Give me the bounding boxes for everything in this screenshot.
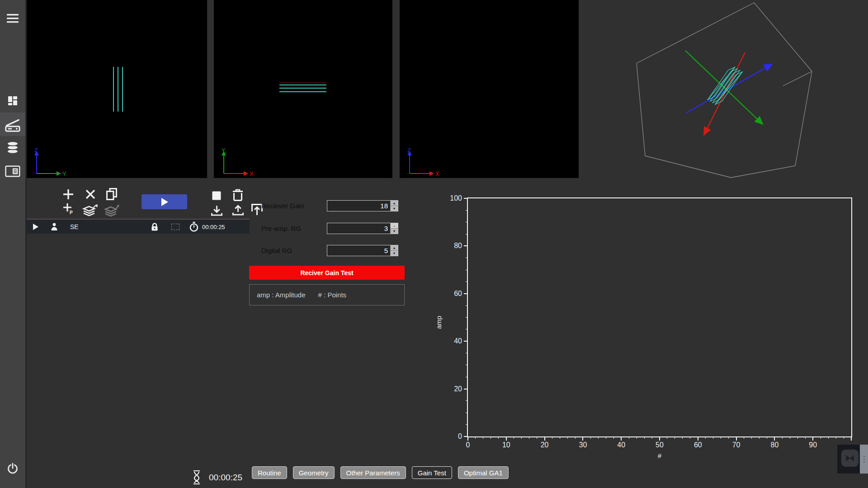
spinner-up-button[interactable]: ▲ [391, 223, 398, 228]
x-tick [598, 436, 599, 439]
preamp-rg-spinner: ▲ ▼ [390, 223, 398, 234]
sequence-name: SE [70, 223, 79, 230]
x-tick [736, 436, 737, 441]
sidebar-item-database[interactable] [0, 136, 25, 160]
receiver-gain-input[interactable] [327, 201, 390, 211]
preamp-rg-field: ▲ ▼ [327, 223, 398, 234]
upload-button[interactable] [231, 204, 245, 217]
lock-icon[interactable] [151, 222, 159, 231]
copy-icon [105, 188, 118, 201]
power-button[interactable] [0, 457, 25, 480]
add-phase-button[interactable]: P [63, 202, 74, 215]
orientation-3d-view[interactable] [579, 0, 868, 183]
svg-text:X: X [435, 170, 439, 176]
x-tick [575, 436, 576, 439]
y-tick [464, 293, 468, 294]
x-tick-label: 20 [541, 441, 549, 449]
x-tick [629, 436, 629, 439]
viewport-yx[interactable]: Y X [214, 0, 392, 178]
x-tick [744, 436, 744, 439]
layers-edit-button-disabled[interactable] [104, 204, 120, 217]
x-tick-label: 0 [466, 441, 470, 449]
y-tick [466, 365, 468, 365]
legend-points: # : Points [318, 291, 347, 299]
copy-button[interactable] [105, 188, 118, 201]
add-button[interactable] [62, 188, 74, 200]
y-tick [464, 389, 468, 389]
trash-button[interactable] [232, 188, 244, 202]
x-tick-label: 90 [809, 441, 817, 449]
tab-gain-test[interactable]: Gain Test [412, 466, 452, 479]
x-tick [544, 436, 545, 441]
x-tick-label: 30 [579, 441, 587, 449]
stop-button[interactable] [212, 191, 221, 200]
svg-text:X: X [250, 170, 254, 176]
tab-other-parameters[interactable]: Other Parameters [340, 466, 406, 479]
chart-x-axis-label: # [658, 452, 661, 460]
spinner-up-button[interactable]: ▲ [391, 245, 398, 250]
menu-button[interactable] [0, 8, 25, 29]
x-tick [828, 436, 829, 439]
digital-rg-input[interactable] [327, 245, 390, 256]
patient-icon [51, 223, 57, 231]
y-tick [464, 341, 468, 342]
y-tick [466, 282, 468, 282]
sidebar-item-scanner[interactable] [0, 113, 25, 136]
y-tick [464, 245, 468, 246]
spinner-down-button[interactable]: ▼ [391, 228, 398, 234]
download-button[interactable] [210, 204, 223, 217]
spinner-down-button[interactable]: ▼ [391, 206, 398, 211]
hamburger-icon [7, 14, 19, 23]
sidebar-nav [0, 89, 25, 183]
x-tick [805, 436, 806, 439]
selection-box-icon[interactable] [171, 224, 179, 230]
x-tick [529, 436, 529, 439]
y-tick [466, 270, 468, 270]
spinner-up-button[interactable]: ▲ [391, 201, 398, 206]
x-tick-label: 50 [656, 441, 664, 449]
widget-drag-handle[interactable] [860, 445, 868, 474]
y-tick [466, 258, 468, 258]
preamp-rg-input[interactable] [327, 223, 390, 234]
tab-routine[interactable]: Routine [252, 466, 287, 479]
x-tick [537, 436, 537, 439]
x-tick [713, 436, 713, 439]
sequence-row[interactable]: SE 00:00:25 [27, 219, 250, 234]
y-tick [466, 400, 468, 401]
preamp-rg-label: Pre-amp. RG [261, 225, 301, 232]
layers-export-button[interactable] [82, 203, 98, 217]
sidebar [0, 0, 27, 488]
x-tick [667, 436, 667, 439]
download-icon [210, 204, 223, 217]
y-tick-label: 100 [450, 194, 462, 202]
x-tick [637, 436, 637, 439]
receiver-gain-test-button[interactable]: Reciver Gain Test [249, 266, 405, 280]
minimized-media-widget[interactable] [837, 445, 868, 474]
y-tick [466, 353, 468, 353]
x-tick [621, 436, 622, 441]
sidebar-item-dashboard[interactable] [0, 89, 25, 113]
x-tick [821, 436, 821, 439]
sidebar-item-sequence-list[interactable] [0, 160, 25, 183]
receiver-gain-field: ▲ ▼ [327, 200, 398, 211]
viewport-zy[interactable]: Z Y [27, 0, 207, 178]
viewport-zx[interactable]: Z X [400, 0, 579, 178]
x-tick [514, 436, 514, 439]
orientation-axes [685, 51, 770, 133]
upload-icon [231, 204, 245, 217]
x-tick [613, 436, 614, 439]
slice-stack-3d [708, 67, 743, 105]
y-tick-label: 40 [454, 337, 462, 345]
digital-rg-field: ▲ ▼ [327, 245, 398, 256]
y-tick [466, 222, 468, 222]
run-sequence-button[interactable] [142, 194, 187, 209]
sequence-toolbar: P [27, 183, 253, 219]
sequence-duration: 00:00:25 [202, 223, 225, 230]
receiver-gain-spinner: ▲ ▼ [390, 201, 398, 211]
sequence-play-icon[interactable] [33, 224, 38, 230]
x-tick [767, 436, 767, 439]
tab-geometry[interactable]: Geometry [293, 466, 335, 479]
spinner-down-button[interactable]: ▼ [391, 250, 398, 256]
tab-optimal-ga1[interactable]: Optimal GA1 [458, 466, 509, 479]
delete-sequence-button[interactable] [85, 189, 95, 199]
